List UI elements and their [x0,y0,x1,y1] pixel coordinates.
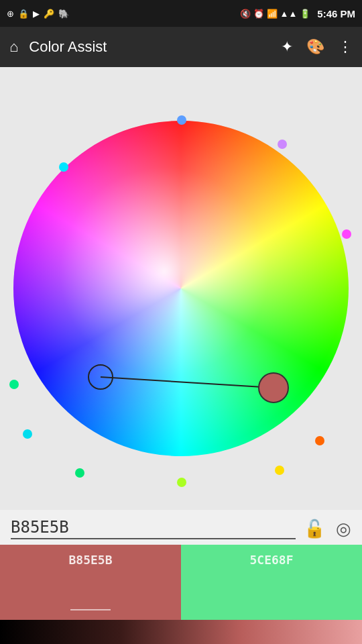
battery-icon: 🔋 [300,9,310,19]
evernote-icon: 🐘 [58,9,69,19]
wifi-icon: 📶 [267,9,278,19]
mute-icon: 🔇 [240,9,251,19]
signal-icon: ▲▲ [280,9,298,19]
color-wheel-wrapper[interactable] [13,121,349,456]
more-options-icon[interactable]: ⋮ [338,38,353,56]
key-icon: 🔑 [44,9,54,19]
target-icon[interactable]: ◎ [336,519,351,539]
status-icons-right: 🔇 ⏰ 📶 ▲▲ 🔋 5:46 PM [240,8,355,19]
favorite-icon[interactable]: ✦ [281,38,293,56]
gradient-bar [0,620,362,644]
swatches-row: B85E5B 5CE68F [0,545,362,620]
swatch-primary-label: B85E5B [68,553,112,567]
perimeter-dot-bottomright2[interactable] [275,466,284,475]
swatch-complementary-label: 5CE68F [249,553,293,567]
alarm-icon: ⏰ [253,9,264,19]
perimeter-dot-leftlower[interactable] [23,429,32,439]
status-bar: ⊕ 🔒 ▶ 🔑 🐘 🔇 ⏰ 📶 ▲▲ 🔋 5:46 PM [0,0,362,27]
perimeter-dot-bottomright[interactable] [315,436,324,445]
perimeter-dot-bottom[interactable] [177,478,186,487]
perimeter-dot-right[interactable] [342,229,351,239]
palette-icon[interactable]: 🎨 [306,38,324,56]
perimeter-dot-topleft[interactable] [59,162,68,172]
perimeter-dot-top[interactable] [177,115,186,125]
status-time: 5:46 PM [317,8,355,19]
color-wheel-container[interactable] [0,67,362,510]
hex-input[interactable] [11,518,296,539]
hex-row: 🔓 ◎ [0,510,362,545]
home-icon[interactable]: ⌂ [9,38,18,56]
swatch-complementary[interactable]: 5CE68F [181,545,362,620]
app-title: Color Assist [29,38,270,56]
top-bar-actions: ✦ 🎨 ⋮ [281,38,353,56]
perimeter-dot-bottomleft[interactable] [75,468,84,478]
swatch-primary[interactable]: B85E5B [0,545,181,620]
top-bar: ⌂ Color Assist ✦ 🎨 ⋮ [0,27,362,67]
swatch-underline [70,609,111,610]
youtube-icon: ▶ [33,9,40,19]
lock-icon: 🔒 [18,9,29,19]
add-icon: ⊕ [7,9,14,19]
bottom-panel: 🔓 ◎ B85E5B 5CE68F [0,510,362,644]
hex-icons: 🔓 ◎ [304,519,351,539]
lock-open-icon[interactable]: 🔓 [304,519,325,539]
status-icons-left: ⊕ 🔒 ▶ 🔑 🐘 [7,9,69,19]
perimeter-dot-left[interactable] [9,380,19,389]
svg-point-2 [259,373,288,402]
perimeter-dot-topright[interactable] [278,140,287,149]
